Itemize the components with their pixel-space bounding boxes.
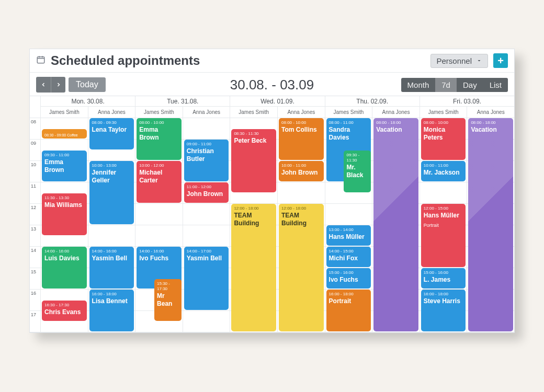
appointment-time: 08:30 - 09:00	[44, 133, 66, 137]
appointment-time: 13:00 - 14:00	[329, 227, 369, 233]
appointment[interactable]: 08:00 - 18:00Vacation	[373, 118, 418, 331]
svg-rect-0	[37, 57, 44, 63]
appointment[interactable]: 16:30 - 17:30Chris Evans	[42, 301, 87, 321]
prev-button[interactable]	[36, 77, 51, 93]
appointment[interactable]: 13:00 - 14:00Hans Müller	[326, 225, 371, 246]
view-list[interactable]: List	[483, 78, 508, 92]
appointment-title: Mr. Black	[346, 164, 363, 179]
schedule-column[interactable]: 08:00 - 11:00Sandra Davies09:30 - 11:30M…	[325, 118, 372, 332]
appointment[interactable]: 10:00 - 11:00Mr. Jackson	[421, 161, 466, 181]
schedule-column[interactable]: 08:00 - 18:00Vacation	[467, 118, 514, 332]
appointment-title: Ivo Fuchs	[329, 276, 358, 283]
appointment-title: Chris Evans	[44, 308, 81, 316]
appointment-title: Ivo Fuchs	[139, 255, 168, 262]
appointment-time: 10:00 - 12:00	[139, 163, 179, 168]
appointment[interactable]: 16:00 - 18:00Portrait	[326, 290, 371, 331]
next-button[interactable]	[51, 77, 65, 93]
appointment[interactable]: 16:00 - 18:00Steve Harris	[421, 290, 466, 331]
time-slot: 10	[30, 161, 40, 182]
appointment-title: Peter Beck	[234, 137, 266, 144]
appointment[interactable]: 09:30 - 11:30Mr. Black	[344, 151, 371, 192]
appointment-title: Coffee	[66, 133, 77, 137]
appointment-title: Lisa Bennet	[92, 297, 128, 305]
appointment-title: L. James	[424, 276, 450, 283]
today-button[interactable]: Today	[69, 77, 106, 92]
appointment-title: Mia Williams	[44, 201, 82, 209]
appointment-title: Hans Müller	[329, 233, 365, 240]
appointment[interactable]: 12:00 - 18:00TEAM Building	[231, 204, 276, 331]
appointment[interactable]: 10:00 - 11:00John Brown	[279, 161, 324, 181]
appointment-title: Emma Brown	[44, 158, 64, 174]
appointment[interactable]: 08:00 - 10:00Tom Collins	[279, 118, 324, 160]
appointment[interactable]: 10:00 - 13:00Jennifer Geller	[89, 161, 134, 224]
plus-icon: +	[497, 55, 504, 67]
appointment[interactable]: 11:00 - 12:00John Brown	[184, 182, 229, 203]
appointment[interactable]: 09:30 - 11:00Emma Brown	[42, 151, 87, 182]
appointment[interactable]: 11:30 - 13:30Mia Williams	[42, 193, 87, 235]
appointment[interactable]: 08:30 - 11:30Peter Beck	[231, 129, 276, 192]
appointment[interactable]: 15:00 - 16:00L. James	[421, 268, 466, 289]
appointment-time: 12:00 - 18:00	[234, 206, 274, 211]
appointment[interactable]: 14:00 - 16:00Yasmin Bell	[89, 247, 134, 289]
appointment[interactable]: 15:00 - 16:00Ivo Fuchs	[326, 268, 371, 289]
date-range: 30.08. - 03.09	[230, 77, 314, 93]
appointment[interactable]: 16:00 - 18:00Lisa Bennet	[89, 290, 134, 331]
person-header: Anna Jones	[88, 107, 135, 118]
appointment[interactable]: 12:00 - 18:00TEAM Building	[279, 204, 324, 331]
schedule-column[interactable]: 08:00 - 10:00Tom Collins10:00 - 11:00Joh…	[277, 118, 325, 332]
appointment-time: 12:00 - 18:00	[281, 206, 321, 211]
appointment-title: Portrait	[329, 297, 352, 305]
time-slot: 09	[30, 140, 40, 161]
personnel-dropdown[interactable]: Personnel	[430, 54, 488, 68]
appointment[interactable]: 15:30 - 17:30Mr Bean	[154, 279, 182, 321]
appointment[interactable]: 14:00 - 15:00Michi Fox	[326, 247, 371, 267]
appointment[interactable]: 12:00 - 15:00Hans MüllerPortrait	[421, 204, 466, 267]
appointment-time: 16:00 - 18:00	[424, 292, 463, 297]
appointment-title: Jennifer Geller	[92, 169, 117, 184]
appointment[interactable]: 10:00 - 12:00Michael Carter	[137, 161, 182, 203]
schedule-column[interactable]: 08:30 - 09:00 Coffee09:30 - 11:00Emma Br…	[41, 118, 88, 332]
appointment[interactable]: 08:30 - 09:00 Coffee	[42, 129, 87, 139]
appointment-title: Lena Taylor	[92, 126, 127, 133]
schedule-column[interactable]: 08:00 - 10:00Monica Peters10:00 - 11:00M…	[420, 118, 467, 332]
appointment[interactable]: 14:00 - 17:00Yasmin Bell	[184, 247, 229, 310]
appointment-time: 15:00 - 16:00	[329, 270, 369, 275]
appointment-time: 10:00 - 11:00	[281, 163, 321, 168]
time-slot: 14	[30, 247, 40, 268]
schedule-column[interactable]: 08:30 - 11:30Peter Beck12:00 - 18:00TEAM…	[230, 118, 277, 332]
day-header: Wed. 01.09.	[230, 96, 324, 107]
time-slot: 12	[30, 204, 40, 225]
appointment[interactable]: 08:00 - 10:00Emma Brown	[137, 118, 182, 160]
appointment-title: TEAM Building	[281, 212, 307, 227]
person-header: James Smith	[41, 107, 88, 118]
appointment-time: 14:00 - 16:00	[139, 249, 179, 254]
person-header: James Smith	[230, 107, 277, 118]
appointment[interactable]: 14:00 - 16:00Luis Davies	[42, 247, 87, 289]
appointment-title: Vacation	[471, 126, 496, 133]
appointment[interactable]: 08:00 - 09:30Lena Taylor	[89, 118, 134, 149]
view-toggle: Month7dDayList	[401, 78, 508, 92]
appointment-title: TEAM Building	[234, 212, 259, 227]
appointment[interactable]: 08:00 - 10:00Monica Peters	[421, 118, 466, 160]
schedule-column[interactable]: 09:00 - 11:00Christian Butler11:00 - 12:…	[183, 118, 230, 332]
appointment[interactable]: 08:00 - 18:00Vacation	[468, 118, 513, 331]
person-header: James Smith	[325, 107, 372, 118]
schedule-column[interactable]: 08:00 - 09:30Lena Taylor10:00 - 13:00Jen…	[88, 118, 135, 332]
appointment-title: Mr. Jackson	[424, 169, 460, 176]
appointment[interactable]: 09:00 - 11:00Christian Butler	[184, 140, 229, 181]
add-button[interactable]: +	[493, 53, 508, 68]
schedule-column[interactable]: 08:00 - 10:00Emma Brown10:00 - 12:00Mich…	[135, 118, 183, 332]
schedule-column[interactable]: 08:00 - 18:00Vacation	[372, 118, 420, 332]
appointment-time: 08:00 - 10:00	[281, 120, 321, 125]
view-month[interactable]: Month	[401, 78, 436, 92]
appointment-title: Michi Fox	[329, 255, 358, 262]
view-7d[interactable]: 7d	[435, 78, 457, 92]
view-day[interactable]: Day	[457, 78, 483, 92]
appointment-time: 09:00 - 11:00	[187, 142, 226, 147]
appointment-title: John Brown	[187, 190, 223, 198]
person-header: James Smith	[135, 107, 183, 118]
appointment-time: 10:00 - 13:00	[92, 163, 132, 168]
appointment-title: Tom Collins	[281, 126, 317, 133]
appointment-time: 16:00 - 18:00	[329, 292, 369, 297]
appointment-time: 14:00 - 15:00	[329, 249, 369, 254]
